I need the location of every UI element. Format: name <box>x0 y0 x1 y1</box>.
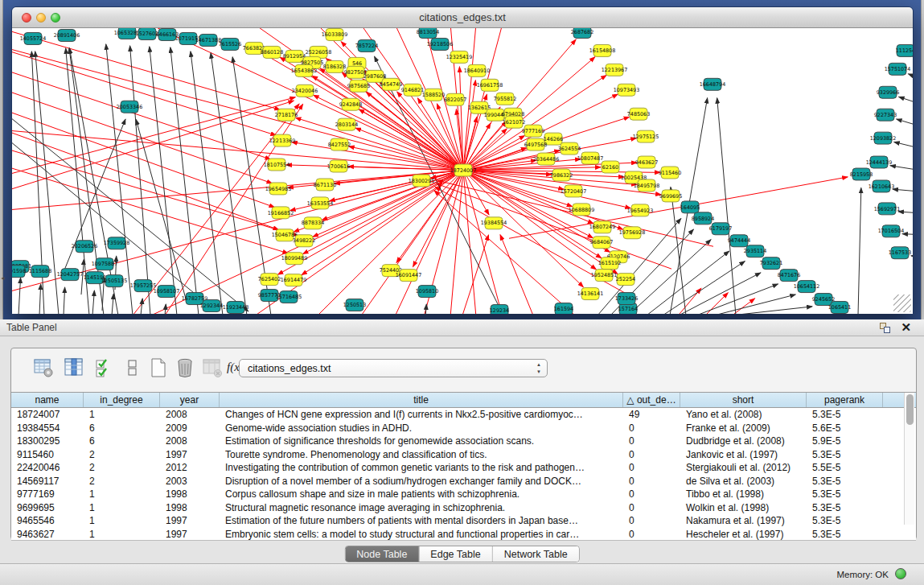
graph-node[interactable]: 14136141 <box>577 288 603 300</box>
graph-node[interactable]: 18640910 <box>464 64 490 76</box>
graph-node[interactable]: 10688809 <box>569 204 594 216</box>
graph-node[interactable]: 16154808 <box>589 44 615 56</box>
graph-node[interactable]: 9242848 <box>339 98 362 110</box>
graph-node[interactable]: 9699695 <box>659 190 682 202</box>
graph-node[interactable]: 7857224 <box>355 39 378 51</box>
graph-node[interactable]: 1292344 <box>200 300 223 312</box>
graph-node[interactable]: 9227343 <box>874 109 897 121</box>
table-scrollbar[interactable] <box>904 393 914 525</box>
graph-node[interactable]: 8860128 <box>261 46 283 58</box>
graph-node[interactable]: 1167533 <box>889 247 911 259</box>
graph-node[interactable]: 252254 <box>616 274 635 286</box>
column-header-in_degree[interactable]: in_degree <box>84 393 160 407</box>
graph-node[interactable]: 16648794 <box>700 78 725 90</box>
graph-node[interactable]: 10807487 <box>577 152 603 164</box>
graph-node[interactable]: 164095 <box>680 201 700 213</box>
graph-node[interactable]: 8878334 <box>302 217 324 229</box>
tab-node-table[interactable]: Node Table <box>345 546 419 562</box>
left-panel-edge[interactable] <box>0 0 3 319</box>
graph-node[interactable]: 12042757 <box>57 269 83 281</box>
graph-node[interactable]: 9875685 <box>347 80 370 92</box>
graph-node[interactable]: 2935114 <box>744 245 766 257</box>
graph-node[interactable]: 16210643 <box>869 180 894 192</box>
network-graph[interactable]: 1603380976638228860128891295425226058982… <box>12 28 913 314</box>
graph-node[interactable]: 1250513 <box>343 299 366 311</box>
graph-node[interactable]: 16961758 <box>477 79 503 91</box>
float-panel-icon[interactable] <box>880 323 890 333</box>
table-row[interactable]: 977716911998Corpus callosum shape and si… <box>11 488 916 501</box>
graph-node[interactable]: 15751074 <box>885 63 910 75</box>
graph-node[interactable]: 16914479 <box>281 274 306 286</box>
graph-node[interactable]: 9474444 <box>728 235 750 247</box>
new-table-icon[interactable] <box>148 357 169 378</box>
network-canvas[interactable]: 1603380976638228860128891295425226058982… <box>12 28 913 314</box>
window-resize-grip[interactable] <box>893 295 911 312</box>
graph-node[interactable]: 2687682 <box>571 28 593 38</box>
graph-node[interactable]: 3498222 <box>293 235 315 247</box>
graph-node[interactable]: 20891406 <box>54 29 80 41</box>
graph-node[interactable]: 15720407 <box>561 185 586 197</box>
graph-node[interactable]: 12325419 <box>446 51 472 63</box>
graph-node[interactable]: 8671130 <box>314 179 336 191</box>
table-row[interactable]: 911546021997Tourette syndrome. Phenomeno… <box>11 448 916 462</box>
memory-status-indicator[interactable] <box>895 568 906 579</box>
graph-node[interactable]: 391598 <box>12 266 26 278</box>
graph-node[interactable]: 12093822 <box>870 132 896 144</box>
graph-node[interactable]: 18107554 <box>264 159 290 171</box>
graph-node[interactable]: 3624554 <box>558 142 581 154</box>
tab-edge-table[interactable]: Edge Table <box>419 546 492 562</box>
graph-node[interactable]: 1588520 <box>422 89 445 101</box>
table-row[interactable]: 969969511998Structural magnetic resonanc… <box>11 501 916 515</box>
graph-node[interactable]: 9115460 <box>659 167 681 179</box>
graph-node[interactable]: 19756928 <box>619 227 645 239</box>
graph-node[interactable]: 19384554 <box>481 217 507 229</box>
column-header-name[interactable]: name <box>11 393 84 407</box>
table-row[interactable]: 946554611997Estimation of the future num… <box>11 514 916 528</box>
graph-node[interactable]: 11923448 <box>223 302 248 314</box>
import-table-icon[interactable] <box>202 357 223 378</box>
graph-node[interactable]: 6497568 <box>524 138 547 150</box>
network-window-titlebar[interactable]: citations_edges.txt <box>12 7 913 28</box>
graph-node[interactable]: 1095810 <box>416 286 438 298</box>
graph-node[interactable]: 16353554 <box>307 197 333 209</box>
graph-node[interactable]: 129234 <box>490 305 509 314</box>
panel-collapse-arrow-icon[interactable]: ◄ <box>0 275 6 281</box>
table-row[interactable]: 946362711997Embryonic stem cells: a mode… <box>11 528 916 542</box>
graph-node[interactable]: 8427552 <box>328 138 351 150</box>
graph-node[interactable]: 12213369 <box>269 134 295 146</box>
graph-node[interactable]: 8958924 <box>692 212 714 225</box>
graph-node[interactable]: 62160 <box>602 161 619 173</box>
graph-node[interactable]: 8813054 <box>417 28 439 38</box>
column-header-out_de[interactable]: △ out_de… <box>623 393 680 407</box>
select-rows-icon[interactable] <box>94 357 115 378</box>
graph-node[interactable]: 9329966 <box>877 86 899 98</box>
graph-node[interactable]: 8186328 <box>323 60 346 72</box>
table-row[interactable]: 1938455462009Genome-wide association stu… <box>11 422 916 435</box>
graph-node[interactable]: 8471676 <box>778 270 800 282</box>
graph-node[interactable]: 1700616 <box>327 160 350 172</box>
graph-node[interactable]: 1621072 <box>503 116 525 128</box>
graph-node[interactable]: 9684067 <box>590 237 613 249</box>
column-header-short[interactable]: short <box>680 393 807 407</box>
graph-node[interactable]: 1615192 <box>598 257 621 270</box>
show-columns-icon[interactable] <box>64 357 84 378</box>
graph-node[interactable]: 1065411 <box>828 302 851 314</box>
column-header-title[interactable]: title <box>220 393 623 407</box>
graph-node[interactable]: 19654923 <box>627 204 653 216</box>
graph-node[interactable]: 12213967 <box>602 64 627 76</box>
graph-node[interactable]: 12444139 <box>866 156 892 168</box>
tab-network-table[interactable]: Network Table <box>493 546 579 562</box>
graph-node[interactable]: 14055724 <box>20 32 46 44</box>
graph-node[interactable]: 19654985 <box>265 183 291 195</box>
graph-node[interactable]: 7986322 <box>550 169 573 181</box>
graph-node[interactable]: 8454749 <box>380 78 402 90</box>
table-selector-combobox[interactable]: citations_edges.txt ▲▼ <box>239 359 548 377</box>
graph-node[interactable]: 6822057 <box>444 93 466 105</box>
delete-table-icon[interactable] <box>175 357 195 378</box>
table-row[interactable]: 1830029562008Estimation of significance … <box>11 435 916 448</box>
graph-node[interactable]: 7932621 <box>760 257 782 270</box>
graph-node[interactable]: 7625402 <box>258 274 281 286</box>
graph-node[interactable]: 16033809 <box>322 28 347 40</box>
table-row[interactable]: 2242004622012Investigating the contribut… <box>11 461 916 475</box>
graph-node[interactable]: 1115688 <box>29 266 51 278</box>
